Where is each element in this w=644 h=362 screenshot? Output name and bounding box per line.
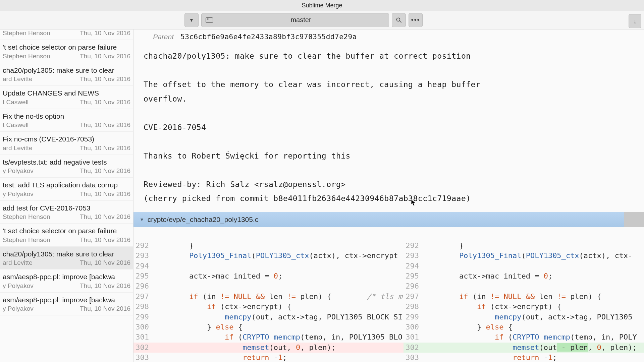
code-text: }	[424, 241, 644, 251]
search-button[interactable]	[392, 13, 406, 27]
commit-item[interactable]: add test for CVE-2016-7053Stephen Henson…	[0, 201, 133, 224]
diff-line: 295 actx->mac_inited = 0;	[133, 271, 404, 281]
main-split: Stephen HensonThu, 10 Nov 2016't set cho…	[0, 29, 644, 362]
commit-item[interactable]: 't set choice selector on parse failureS…	[0, 224, 133, 247]
commit-item[interactable]: cha20/poly1305: make sure to clearard Le…	[0, 63, 133, 86]
file-path: crypto/evp/e_chacha20_poly1305.c	[148, 216, 258, 224]
code-text: } else {	[424, 322, 644, 332]
commit-date: Thu, 10 Nov 2016	[77, 167, 130, 175]
diff-line: 302 memset(out, 0, plen);	[133, 343, 404, 353]
diff-line: 302 memset(out - plen, 0, plen);	[404, 343, 644, 353]
commit-author: y Polyakov	[3, 282, 34, 290]
commit-subject: asm/aesp8-ppc.pl: improve [backwa	[3, 295, 130, 305]
diff-line: 303 return -1;	[133, 353, 404, 362]
more-icon: •••	[411, 16, 420, 24]
terminal-icon	[206, 17, 213, 23]
diff-left-pane[interactable]: 292 }293 Poly1305_Final(POLY1305_ctx(act…	[133, 241, 404, 362]
code-text	[154, 281, 404, 291]
commit-subject: ts/evptests.txt: add negative tests	[3, 157, 130, 168]
line-number: 300	[133, 322, 154, 332]
branch-selector[interactable]	[201, 13, 389, 27]
commit-date: Thu, 10 Nov 2016	[77, 144, 130, 152]
diff-line: 297 if (in != NULL && len != plen) { /* …	[133, 292, 404, 302]
code-text: } else {	[154, 322, 404, 332]
commit-date: Thu, 10 Nov 2016	[77, 259, 130, 266]
parent-row: Parent 53c6cbf6e9a6e4fe2433a89bf3c970355…	[133, 31, 644, 43]
parent-hash[interactable]: 53c6cbf6e9a6e4fe2433a89bf3c970355dd7e29a	[180, 33, 357, 41]
line-number: 295	[133, 271, 154, 281]
commit-subject: asm/aesp8-ppc.pl: improve [backwa	[3, 272, 130, 282]
line-number: 299	[133, 312, 154, 322]
code-text: Poly1305_Final(POLY1305_ctx(actx), ctx-	[424, 251, 644, 261]
commit-author: ard Levitte	[3, 144, 33, 152]
commit-item[interactable]: test: add TLS application data corrupy P…	[0, 178, 133, 201]
commit-subject: cha20/poly1305: make sure to clear	[3, 65, 130, 76]
commit-subject: 't set choice selector on parse failure	[3, 42, 130, 53]
commit-item[interactable]: ts/evptests.txt: add negative testsy Pol…	[0, 155, 133, 178]
diff-line: 301 if (CRYPTO_memcmp(temp, in, POLY1305…	[133, 332, 404, 342]
code-text: memset(out - plen, 0, plen);	[424, 343, 644, 353]
commit-item[interactable]: asm/aesp8-ppc.pl: improve [backway Polya…	[0, 293, 133, 316]
pull-button[interactable]: ↓	[629, 14, 641, 28]
commit-date: Thu, 10 Nov 2016	[77, 75, 130, 83]
commit-author: Stephen Henson	[3, 236, 50, 244]
code-text	[154, 261, 404, 271]
diff-line: 293 Poly1305_Final(POLY1305_ctx(actx), c…	[404, 251, 644, 261]
code-text: if (in != NULL && len != plen) {	[424, 292, 644, 302]
line-number: 301	[133, 332, 154, 342]
commit-item[interactable]: asm/aesp8-ppc.pl: improve [backway Polya…	[0, 269, 133, 293]
commit-date: Thu, 10 Nov 2016	[77, 282, 130, 290]
commit-item[interactable]: Fix the no-tls optiont CaswellThu, 10 No…	[0, 109, 133, 132]
line-number: 292	[133, 241, 154, 251]
code-text: Poly1305_Final(POLY1305_ctx(actx), ctx->…	[154, 251, 404, 261]
commit-author: Stephen Henson	[3, 53, 50, 60]
file-hunk-header[interactable]: ▼ crypto/evp/e_chacha20_poly1305.c	[133, 212, 644, 227]
commit-date: Thu, 10 Nov 2016	[77, 53, 130, 60]
code-text: }	[154, 241, 404, 251]
commit-author: ard Levitte	[3, 75, 33, 83]
line-number: 296	[404, 281, 424, 291]
window-titlebar: Sublime Merge	[0, 0, 644, 11]
line-number: 292	[404, 241, 424, 251]
more-button[interactable]: •••	[409, 13, 423, 27]
commit-author: y Polyakov	[3, 305, 34, 312]
commit-date: Thu, 10 Nov 2016	[77, 121, 130, 129]
line-number: 294	[133, 261, 154, 271]
line-number: 296	[133, 281, 154, 291]
sidebar-toggle-button[interactable]: ▼	[184, 13, 199, 27]
commit-list[interactable]: Stephen HensonThu, 10 Nov 2016't set cho…	[0, 29, 133, 362]
line-number: 294	[404, 261, 424, 271]
commit-subject: add test for CVE-2016-7053	[3, 203, 130, 214]
line-number: 301	[404, 332, 424, 342]
app-title: Sublime Merge	[302, 2, 342, 9]
commit-message: chacha20/poly1305: make sure to clear th…	[133, 43, 644, 212]
diff-line: 300 } else {	[133, 322, 404, 332]
commit-item[interactable]: 't set choice selector on parse failureS…	[0, 40, 133, 63]
file-options-button[interactable]	[624, 212, 644, 227]
line-number: 297	[404, 292, 424, 302]
commit-date: Thu, 10 Nov 2016	[77, 236, 130, 244]
code-text: if (CRYPTO_memcmp(temp, in, POLY1305_BLO	[154, 332, 404, 342]
commit-subject: Fix no-cms (CVE-2016-7053)	[3, 134, 130, 144]
diff-line: 294	[404, 261, 644, 271]
parent-label: Parent	[140, 33, 180, 41]
commit-item[interactable]: Update CHANGES and NEWSt CaswellThu, 10 …	[0, 86, 133, 109]
commit-date: Thu, 10 Nov 2016	[77, 213, 130, 221]
code-text: actx->mac_inited = 0;	[424, 271, 644, 281]
diff-line: 299 memcpy(out, actx->tag, POLY1305_BLOC…	[133, 312, 404, 322]
diff-line: 295 actx->mac_inited = 0;	[404, 271, 644, 281]
diff-right-pane[interactable]: 292 }293 Poly1305_Final(POLY1305_ctx(act…	[404, 241, 644, 362]
commit-item[interactable]: Fix no-cms (CVE-2016-7053)ard LevitteThu…	[0, 132, 133, 155]
commit-item[interactable]: cha20/poly1305: make sure to clearard Le…	[0, 247, 133, 270]
code-text: if (ctx->encrypt) {	[154, 302, 404, 312]
line-number: 302	[133, 343, 154, 353]
commit-date: Thu, 10 Nov 2016	[77, 99, 130, 106]
line-number: 295	[404, 271, 424, 281]
line-number: 303	[133, 353, 154, 362]
code-text: if (ctx->encrypt) {	[424, 302, 644, 312]
commit-item[interactable]: Stephen HensonThu, 10 Nov 2016	[0, 29, 133, 40]
commit-subject: Update CHANGES and NEWS	[3, 88, 130, 99]
branch-input[interactable]	[217, 16, 385, 24]
line-number: 299	[404, 312, 424, 322]
code-text: return -1;	[424, 353, 644, 362]
